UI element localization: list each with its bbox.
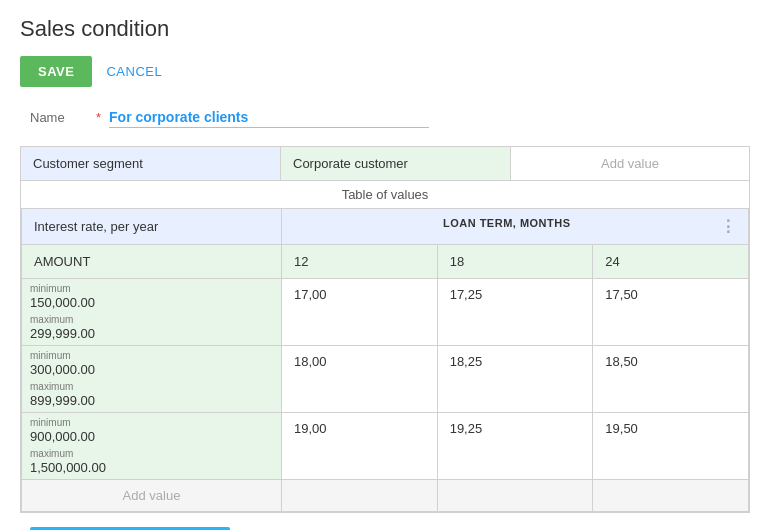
min-value-2: 900,000.00 — [30, 429, 273, 444]
add-value-empty-2 — [593, 480, 749, 512]
max-value-2: 1,500,000.00 — [30, 460, 273, 475]
interest-rate-header: Interest rate, per year — [22, 209, 282, 245]
table-row[interactable]: minimum 300,000.00 maximum 899,999.00 18… — [22, 346, 749, 413]
segment-label-cell: Customer segment — [21, 147, 281, 180]
value-cell-2-2[interactable]: 19,50 — [593, 413, 749, 480]
value-cell-1-0[interactable]: 18,00 — [282, 346, 438, 413]
segment-row: Customer segment Corporate customer Add … — [21, 147, 749, 180]
name-input[interactable] — [109, 107, 429, 128]
amount-col-header: AMOUNT — [22, 245, 282, 279]
loan-term-header: LOAN TERM, MONTHS ⋮ — [282, 209, 749, 245]
min-label-1: minimum — [30, 350, 273, 361]
max-value-0: 299,999.00 — [30, 326, 273, 341]
amount-cell-2[interactable]: minimum 900,000.00 maximum 1,500,000.00 — [22, 413, 282, 480]
segment-value-cell[interactable]: Corporate customer — [281, 147, 511, 180]
max-value-1: 899,999.00 — [30, 393, 273, 408]
amount-cell-0[interactable]: minimum 150,000.00 maximum 299,999.00 — [22, 279, 282, 346]
amount-cell-1[interactable]: minimum 300,000.00 maximum 899,999.00 — [22, 346, 282, 413]
max-label-2: maximum — [30, 448, 273, 459]
month-col-12: 12 — [282, 245, 438, 279]
max-label-1: maximum — [30, 381, 273, 392]
name-form-row: Name * — [30, 107, 750, 128]
add-value-row[interactable]: Add value — [22, 480, 749, 512]
toolbar: SAVE CANCEL — [20, 56, 750, 87]
min-value-1: 300,000.00 — [30, 362, 273, 377]
conditions-section: Customer segment Corporate customer Add … — [20, 146, 750, 513]
header-row-2: AMOUNT 12 18 24 — [22, 245, 749, 279]
save-button[interactable]: SAVE — [20, 56, 92, 87]
min-label-0: minimum — [30, 283, 273, 294]
required-indicator: * — [96, 110, 101, 125]
value-cell-0-1[interactable]: 17,25 — [437, 279, 593, 346]
max-label-0: maximum — [30, 314, 273, 325]
name-label: Name — [30, 110, 90, 125]
table-row[interactable]: minimum 900,000.00 maximum 1,500,000.00 … — [22, 413, 749, 480]
cancel-button[interactable]: CANCEL — [106, 64, 162, 79]
month-col-18: 18 — [437, 245, 593, 279]
value-cell-0-0[interactable]: 17,00 — [282, 279, 438, 346]
header-row-1: Interest rate, per year LOAN TERM, MONTH… — [22, 209, 749, 245]
values-table: Interest rate, per year LOAN TERM, MONTH… — [21, 208, 749, 512]
table-of-values-label: Table of values — [21, 180, 749, 208]
page-container: Sales condition SAVE CANCEL Name * Custo… — [0, 0, 770, 530]
table-row[interactable]: minimum 150,000.00 maximum 299,999.00 17… — [22, 279, 749, 346]
segment-add-cell[interactable]: Add value — [511, 147, 749, 180]
value-cell-2-0[interactable]: 19,00 — [282, 413, 438, 480]
add-value-button[interactable]: Add value — [22, 480, 282, 512]
loan-header-menu-icon[interactable]: ⋮ — [720, 217, 737, 236]
add-value-empty-1 — [437, 480, 593, 512]
page-title: Sales condition — [20, 16, 750, 42]
value-cell-1-2[interactable]: 18,50 — [593, 346, 749, 413]
add-value-empty-0 — [282, 480, 438, 512]
value-cell-2-1[interactable]: 19,25 — [437, 413, 593, 480]
min-label-2: minimum — [30, 417, 273, 428]
month-col-24: 24 — [593, 245, 749, 279]
value-cell-0-2[interactable]: 17,50 — [593, 279, 749, 346]
value-cell-1-1[interactable]: 18,25 — [437, 346, 593, 413]
min-value-0: 150,000.00 — [30, 295, 273, 310]
